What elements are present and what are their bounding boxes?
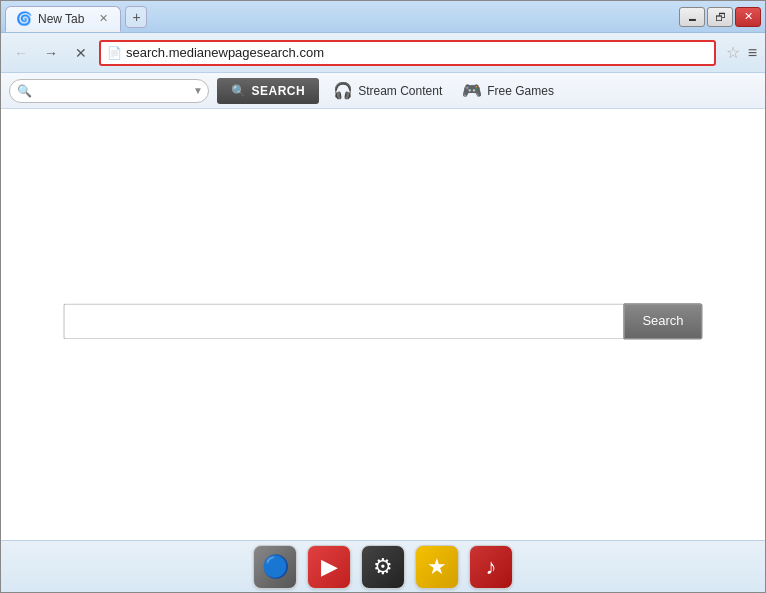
tab-close-button[interactable]: ✕ bbox=[96, 12, 110, 26]
toolbar-search-icon-btn: 🔍 bbox=[231, 84, 247, 98]
free-games-link[interactable]: 🎮 Free Games bbox=[456, 79, 560, 102]
free-games-icon: 🎮 bbox=[462, 81, 482, 100]
bottom-icon-4[interactable]: ★ bbox=[415, 545, 459, 589]
toolbar-search-label: SEARCH bbox=[252, 84, 306, 98]
free-games-label: Free Games bbox=[487, 84, 554, 98]
tab-title: New Tab bbox=[38, 12, 84, 26]
url-bar[interactable]: 📄 search.medianewpagesearch.com bbox=[99, 40, 716, 66]
navbar: ← → ✕ 📄 search.medianewpagesearch.com ☆ … bbox=[1, 33, 765, 73]
forward-button[interactable]: → bbox=[39, 41, 63, 65]
new-tab-button[interactable]: + bbox=[125, 6, 147, 28]
window-controls: 🗕 🗗 ✕ bbox=[679, 7, 761, 27]
back-button[interactable]: ← bbox=[9, 41, 33, 65]
center-search-bar: Search bbox=[63, 303, 702, 339]
content-area: Search bbox=[1, 109, 765, 540]
url-text: search.medianewpagesearch.com bbox=[126, 45, 708, 60]
bottom-strip: 🔵 ▶ ⚙ ★ ♪ bbox=[1, 540, 765, 592]
bottom-icon-1[interactable]: 🔵 bbox=[253, 545, 297, 589]
bottom-icon-5[interactable]: ♪ bbox=[469, 545, 513, 589]
stream-content-link[interactable]: 🎧 Stream Content bbox=[327, 79, 448, 102]
tab-favicon: 🌀 bbox=[16, 11, 32, 26]
toolbar-search-wrapper: 🔍 ▼ bbox=[9, 79, 209, 103]
minimize-button[interactable]: 🗕 bbox=[679, 7, 705, 27]
stream-content-icon: 🎧 bbox=[333, 81, 353, 100]
browser-window: 🌀 New Tab ✕ + 🗕 🗗 ✕ ← → ✕ 📄 search.media… bbox=[0, 0, 766, 593]
toolbar-search-button[interactable]: 🔍 SEARCH bbox=[217, 78, 319, 104]
toolbar: 🔍 ▼ 🔍 SEARCH 🎧 Stream Content 🎮 Free Gam… bbox=[1, 73, 765, 109]
browser-tab[interactable]: 🌀 New Tab ✕ bbox=[5, 6, 121, 32]
bookmark-star-button[interactable]: ☆ bbox=[726, 43, 740, 62]
main-search-button[interactable]: Search bbox=[623, 303, 702, 339]
toolbar-search-input[interactable] bbox=[9, 79, 209, 103]
stream-content-label: Stream Content bbox=[358, 84, 442, 98]
bottom-icon-2[interactable]: ▶ bbox=[307, 545, 351, 589]
close-button[interactable]: ✕ bbox=[735, 7, 761, 27]
titlebar: 🌀 New Tab ✕ + 🗕 🗗 ✕ bbox=[1, 1, 765, 33]
url-page-icon: 📄 bbox=[107, 46, 122, 60]
toolbar-search-dropdown[interactable]: ▼ bbox=[193, 85, 203, 96]
reload-stop-button[interactable]: ✕ bbox=[69, 41, 93, 65]
chrome-menu-button[interactable]: ≡ bbox=[748, 44, 757, 62]
maximize-button[interactable]: 🗗 bbox=[707, 7, 733, 27]
bottom-icon-3[interactable]: ⚙ bbox=[361, 545, 405, 589]
main-search-input[interactable] bbox=[63, 303, 623, 339]
